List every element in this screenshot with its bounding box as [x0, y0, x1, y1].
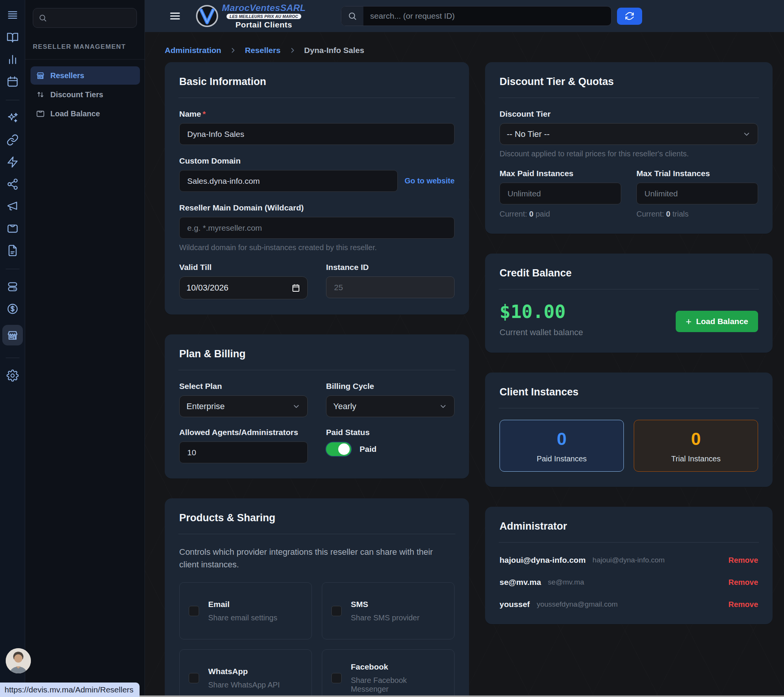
breadcrumb-administration[interactable]: Administration — [165, 46, 221, 55]
top-header: MarocVentesSARL LES MEILLEURS PRIX AU MA… — [145, 0, 784, 32]
wildcard-domain-input[interactable] — [179, 217, 455, 239]
product-option-facebook[interactable]: Facebook Share Facebook Messenger — [322, 649, 455, 697]
app-logo: MarocVentesSARL LES MEILLEURS PRIX AU MA… — [195, 3, 306, 29]
product-subtitle: Share Facebook Messenger — [351, 676, 445, 694]
whatsapp-checkbox[interactable] — [189, 673, 199, 683]
wildcard-hint: Wildcard domain for sub-instances create… — [179, 243, 455, 252]
name-input[interactable] — [179, 123, 455, 145]
hamburger-menu-icon[interactable] — [169, 10, 181, 22]
product-option-email[interactable]: Email Share email settings — [179, 582, 312, 639]
paid-toggle-label: Paid — [359, 445, 376, 454]
card-title: Products & Sharing — [179, 512, 455, 524]
admin-email: se@mv.ma — [548, 578, 584, 587]
product-option-whatsapp[interactable]: WhatsApp Share WhatsApp API — [179, 649, 312, 697]
load-balance-button[interactable]: + Load Balance — [676, 311, 758, 332]
instance-id-label: Instance ID — [326, 263, 455, 272]
valid-till-input[interactable]: 10/03/2026 — [179, 277, 308, 299]
admin-row: hajoui@dyna-info.com hajoui@dyna-info.co… — [499, 555, 758, 565]
global-search[interactable] — [341, 6, 612, 26]
search-icon — [38, 14, 47, 22]
wallet-icon — [36, 109, 45, 118]
sort-arrows-icon — [36, 90, 45, 99]
billing-cycle-dropdown[interactable]: Yearly — [326, 395, 455, 417]
breadcrumb-resellers[interactable]: Resellers — [245, 46, 280, 55]
billing-cycle-value: Yearly — [333, 402, 356, 412]
current-trial-count: 0 — [666, 210, 670, 218]
card-title: Administrator — [499, 521, 758, 532]
discount-tier-label: Discount Tier — [499, 109, 758, 119]
user-avatar[interactable] — [6, 648, 31, 673]
wildcard-domain-label: Reseller Main Domain (Wildcard) — [179, 203, 455, 213]
facebook-checkbox[interactable] — [331, 673, 342, 683]
chevron-right-icon — [289, 47, 296, 54]
paid-instances-count: 0 — [557, 428, 567, 449]
paid-status-label: Paid Status — [326, 428, 455, 437]
paid-instances-label: Paid Instances — [537, 455, 586, 463]
rail-divider — [6, 358, 20, 358]
max-paid-label: Max Paid Instances — [499, 169, 621, 178]
paid-instances-stat[interactable]: 0 Paid Instances — [499, 420, 624, 472]
menu-lines-icon[interactable] — [7, 9, 19, 21]
wallet-balance-caption: Current wallet balance — [499, 328, 583, 338]
refresh-button[interactable] — [617, 8, 642, 25]
link-icon[interactable] — [7, 134, 19, 146]
chevron-down-icon — [292, 402, 300, 411]
breadcrumb: Administration Resellers Dyna-Info Sales — [165, 46, 364, 55]
share-icon[interactable] — [7, 178, 19, 190]
server-icon[interactable] — [7, 281, 19, 293]
admin-name: youssef — [499, 600, 530, 609]
products-sharing-description: Controls which provider integrations thi… — [179, 545, 455, 571]
sidebar-item-load-balance[interactable]: Load Balance — [31, 104, 140, 123]
max-paid-input[interactable] — [499, 183, 621, 204]
calendar-icon[interactable] — [292, 283, 300, 292]
dollar-circle-icon[interactable] — [7, 303, 19, 315]
max-trial-input[interactable] — [636, 183, 758, 204]
trial-instances-count: 0 — [691, 428, 701, 449]
allowed-agents-input[interactable] — [179, 442, 308, 463]
sidebar-item-resellers[interactable]: Resellers — [31, 66, 140, 85]
remove-admin-link[interactable]: Remove — [728, 600, 758, 609]
current-paid-line: Current: 0 paid — [499, 210, 621, 219]
chevron-down-icon — [439, 402, 447, 411]
client-instances-card: Client Instances 0 Paid Instances 0 Tria… — [485, 372, 772, 487]
go-to-website-link[interactable]: Go to website — [405, 176, 455, 185]
gear-icon[interactable] — [7, 369, 19, 382]
remove-admin-link[interactable]: Remove — [728, 556, 758, 565]
card-title: Client Instances — [499, 386, 758, 398]
select-plan-dropdown[interactable]: Enterprise — [179, 395, 308, 417]
product-option-sms[interactable]: SMS Share SMS provider — [322, 582, 455, 639]
megaphone-icon[interactable] — [7, 200, 19, 213]
wallet-icon[interactable] — [7, 222, 19, 234]
plan-billing-card: Plan & Billing Select Plan Enterprise Bi… — [165, 334, 469, 478]
email-checkbox[interactable] — [189, 606, 199, 616]
bar-chart-icon[interactable] — [7, 53, 19, 66]
icon-rail — [0, 0, 25, 697]
calendar-icon[interactable] — [7, 76, 19, 88]
discount-tier-dropdown[interactable]: -- No Tier -- — [499, 123, 758, 145]
zap-icon[interactable] — [7, 156, 19, 168]
sidebar-search-input[interactable] — [51, 13, 131, 23]
sparkles-icon[interactable] — [7, 112, 19, 124]
trial-instances-stat[interactable]: 0 Trial Instances — [634, 420, 758, 472]
rail-divider — [6, 100, 20, 100]
status-bar-url: https://devis.mv.ma/Admin/Resellers — [0, 682, 140, 697]
remove-admin-link[interactable]: Remove — [728, 578, 758, 587]
paid-status-toggle[interactable] — [326, 442, 351, 456]
rail-item-resellers[interactable] — [2, 325, 23, 346]
file-text-icon[interactable] — [7, 244, 19, 257]
search-icon — [341, 7, 363, 26]
admin-email: hajoui@dyna-info.com — [593, 556, 665, 564]
sms-checkbox[interactable] — [331, 606, 342, 616]
valid-till-value: 10/03/2026 — [186, 283, 229, 293]
main-content: Administration Resellers Dyna-Info Sales… — [145, 32, 784, 697]
sidebar-item-discount-tiers[interactable]: Discount Tiers — [31, 86, 140, 104]
logo-brand-suffix: SARL — [280, 3, 306, 13]
book-open-icon[interactable] — [7, 31, 19, 43]
store-icon — [36, 71, 45, 80]
sidebar-search[interactable] — [33, 8, 137, 28]
card-divider — [178, 534, 455, 534]
custom-domain-input[interactable] — [179, 170, 398, 192]
global-search-input[interactable] — [363, 12, 611, 21]
logo-subtitle: Portail Clients — [236, 21, 293, 29]
select-plan-label: Select Plan — [179, 382, 308, 391]
